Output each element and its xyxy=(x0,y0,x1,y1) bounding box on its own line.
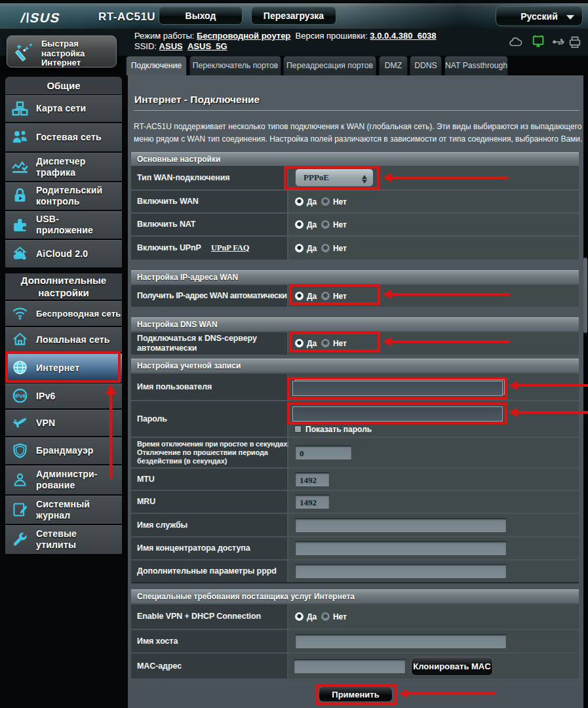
svg-text:/\SUS: /\SUS xyxy=(20,10,62,25)
svg-text:IPv6: IPv6 xyxy=(14,393,26,399)
